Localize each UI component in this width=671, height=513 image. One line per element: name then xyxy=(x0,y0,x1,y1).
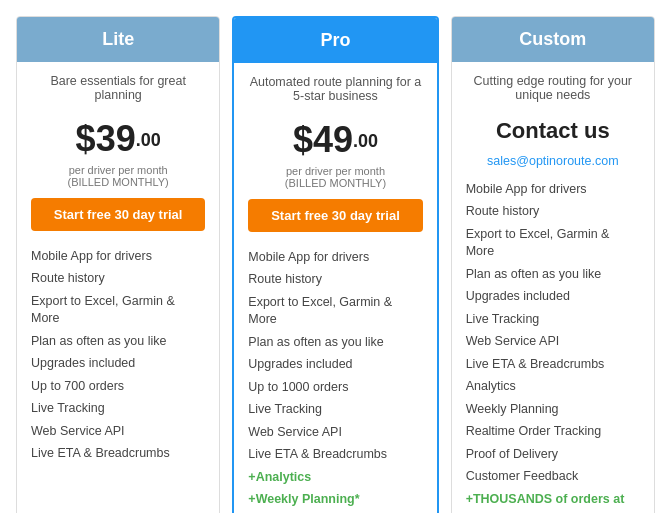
plan-price-pro: $49.00 xyxy=(248,119,422,161)
feature-item: Mobile App for drivers xyxy=(466,178,640,201)
plan-price-lite: $39.00 xyxy=(31,118,205,160)
feature-item: Live Tracking xyxy=(466,308,640,331)
feature-item: Export to Excel, Garmin & More xyxy=(466,223,640,263)
feature-item: Export to Excel, Garmin & More xyxy=(31,290,205,330)
price-dollar: $49 xyxy=(293,119,353,160)
plan-period-lite: per driver per month(BILLED MONTHLY) xyxy=(31,164,205,188)
plan-body-custom: Cutting edge routing for your unique nee… xyxy=(452,62,654,513)
price-dollar: $39 xyxy=(76,118,136,159)
feature-item: Live Tracking xyxy=(31,398,205,421)
trial-button-pro[interactable]: Start free 30 day trial xyxy=(248,199,422,232)
plans-container: LiteBare essentials for great planning$3… xyxy=(16,16,655,513)
features-list-pro: Mobile App for driversRoute historyExpor… xyxy=(248,246,422,513)
feature-item: Upgrades included xyxy=(248,354,422,377)
feature-item: Live ETA & Breadcrumbs xyxy=(248,444,422,467)
plan-body-lite: Bare essentials for great planning$39.00… xyxy=(17,62,219,477)
features-list-custom: Mobile App for driversRoute historyExpor… xyxy=(466,178,640,513)
feature-item: Live ETA & Breadcrumbs xyxy=(31,443,205,466)
feature-item: Plan as often as you like xyxy=(31,330,205,353)
feature-item: Proof of Delivery xyxy=(466,443,640,466)
feature-item: Upgrades included xyxy=(466,286,640,309)
plan-header-lite: Lite xyxy=(17,17,219,62)
feature-item: Plan as often as you like xyxy=(466,263,640,286)
plan-header-custom: Custom xyxy=(452,17,654,62)
features-list-lite: Mobile App for driversRoute historyExpor… xyxy=(31,245,205,465)
contact-us-title: Contact us xyxy=(466,118,640,144)
feature-item: Plan as often as you like xyxy=(248,331,422,354)
plan-tagline-lite: Bare essentials for great planning xyxy=(31,74,205,110)
feature-item: Route history xyxy=(31,268,205,291)
feature-item: Web Service API xyxy=(248,421,422,444)
price-cents: .00 xyxy=(136,130,161,150)
plan-period-pro: per driver per month(BILLED MONTHLY) xyxy=(248,165,422,189)
plan-card-lite: LiteBare essentials for great planning$3… xyxy=(16,16,220,513)
plan-tagline-custom: Cutting edge routing for your unique nee… xyxy=(466,74,640,110)
feature-item: +Analytics xyxy=(248,466,422,489)
feature-item: Up to 700 orders xyxy=(31,375,205,398)
feature-item: Upgrades included xyxy=(31,353,205,376)
feature-item: Customer Feedback xyxy=(466,466,640,489)
feature-item: +Weekly Planning* xyxy=(248,489,422,512)
price-cents: .00 xyxy=(353,131,378,151)
plan-card-custom: CustomCutting edge routing for your uniq… xyxy=(451,16,655,513)
feature-item: Realtime Order Tracking xyxy=(466,421,640,444)
feature-item: Live Tracking xyxy=(248,399,422,422)
plan-card-pro: ProAutomated route planning for a 5-star… xyxy=(232,16,438,513)
feature-item: Live ETA & Breadcrumbs xyxy=(466,353,640,376)
feature-item: Up to 1000 orders xyxy=(248,376,422,399)
feature-item: Export to Excel, Garmin & More xyxy=(248,291,422,331)
contact-email-link[interactable]: sales@optinoroute.com xyxy=(466,154,640,168)
plan-header-pro: Pro xyxy=(234,18,436,63)
feature-item: Web Service API xyxy=(466,331,640,354)
feature-item: Weekly Planning xyxy=(466,398,640,421)
feature-item: Route history xyxy=(466,201,640,224)
feature-item: +THOUSANDS of orders at once xyxy=(466,488,640,513)
plan-tagline-pro: Automated route planning for a 5-star bu… xyxy=(248,75,422,111)
feature-item: Mobile App for drivers xyxy=(248,246,422,269)
feature-item: Route history xyxy=(248,269,422,292)
plan-body-pro: Automated route planning for a 5-star bu… xyxy=(234,63,436,513)
trial-button-lite[interactable]: Start free 30 day trial xyxy=(31,198,205,231)
feature-item: Analytics xyxy=(466,376,640,399)
feature-item: Mobile App for drivers xyxy=(31,245,205,268)
feature-item: Web Service API xyxy=(31,420,205,443)
